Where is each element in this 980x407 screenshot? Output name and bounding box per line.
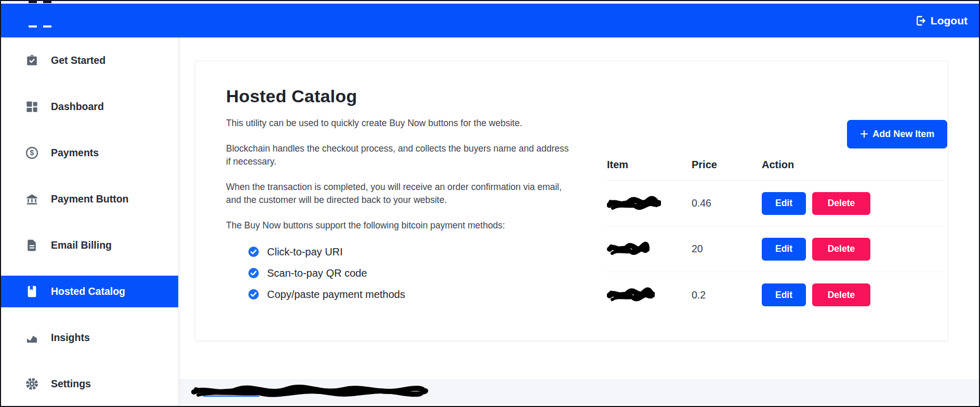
table-row: 0.46 Edit Delete [607,181,944,226]
dollar-circle-icon: $ [25,146,39,160]
redacted-item-name [607,195,692,212]
row-actions: Edit Delete [762,238,944,261]
plus-icon: + [860,127,868,141]
menu-icon-artifact [29,25,51,28]
logout-label: Logout [931,15,968,27]
document-icon [25,238,39,252]
sidebar-item-email-billing[interactable]: Email Billing [1,229,178,261]
description-column: Hosted Catalog This utility can be used … [226,86,575,309]
checkout-paragraph: Blockchain handles the checkout process,… [226,142,575,168]
main-content: Hosted Catalog This utility can be used … [179,37,979,406]
table-body: 0.46 Edit Delete 20 Edit Dele [607,181,944,318]
redacted-item-name [607,240,692,258]
table-row: 20 Edit Delete [607,226,944,272]
payment-method-label: Scan-to-pay QR code [267,267,367,279]
app-window: Logout Get Started Dashboard $ Payments … [0,0,980,407]
sidebar-item-payment-button[interactable]: Payment Button [1,183,178,215]
sidebar: Get Started Dashboard $ Payments Payment… [1,37,179,406]
sidebar-item-dashboard[interactable]: Dashboard [1,91,178,123]
check-circle-icon [247,288,260,301]
column-header-action: Action [762,159,944,171]
sidebar-item-insights[interactable]: Insights [1,322,178,354]
delete-button[interactable]: Delete [812,192,870,215]
delete-button[interactable]: Delete [812,283,870,306]
svg-text:$: $ [30,148,34,157]
redacted-item-name [607,286,692,304]
sidebar-item-label: Payment Button [51,193,129,205]
list-item: Scan-to-pay QR code [247,267,575,279]
hosted-catalog-card: Hosted Catalog This utility can be used … [195,61,948,341]
footer [179,379,979,404]
bank-icon [25,192,39,206]
payment-method-label: Copy/paste payment methods [267,289,405,301]
column-header-price: Price [692,159,762,171]
intro-paragraph: This utility can be used to quickly crea… [226,117,575,130]
list-item: Copy/paste payment methods [247,288,575,301]
price-value: 0.46 [692,197,762,209]
catalog-table-area: + Add New Item Item Price Action 0.46 [607,61,948,341]
redacted-copyright-text [191,384,429,401]
row-actions: Edit Delete [762,192,944,215]
briefcase-check-icon [25,53,39,67]
methods-paragraph: The Buy Now buttons support the followin… [226,219,575,232]
column-header-item: Item [607,159,692,171]
delete-button[interactable]: Delete [812,238,870,261]
edit-button[interactable]: Edit [762,192,806,215]
row-actions: Edit Delete [762,283,944,306]
sidebar-item-payments[interactable]: $ Payments [1,137,178,169]
sidebar-item-label: Email Billing [51,239,112,251]
price-value: 0.2 [692,289,762,301]
sidebar-item-settings[interactable]: Settings [1,368,178,400]
sidebar-item-label: Hosted Catalog [51,286,125,297]
page-title: Hosted Catalog [226,86,575,106]
grid-icon [25,100,39,114]
payment-method-label: Click-to-pay URI [267,246,343,258]
logout-icon [915,15,927,27]
logout-button[interactable]: Logout [915,4,968,37]
sidebar-item-label: Dashboard [51,101,104,113]
sidebar-item-get-started[interactable]: Get Started [1,45,178,76]
chart-icon [25,331,39,345]
add-new-item-button[interactable]: + Add New Item [847,120,947,148]
sidebar-item-label: Get Started [51,55,105,66]
menu-icon-artifact-top [29,1,51,3]
sidebar-item-label: Payments [51,147,99,159]
table-row: 0.2 Edit Delete [607,272,944,318]
edit-button[interactable]: Edit [762,238,806,261]
sidebar-item-hosted-catalog[interactable]: Hosted Catalog [1,276,178,307]
book-icon [25,284,39,299]
check-circle-icon [247,267,260,279]
top-navbar: Logout [1,4,979,37]
edit-button[interactable]: Edit [762,283,806,306]
price-value: 20 [692,243,762,255]
payment-methods-list: Click-to-pay URI Scan-to-pay QR code Cop… [226,246,575,301]
add-new-item-label: Add New Item [872,129,934,140]
gear-icon [25,377,39,391]
table-header-row: Item Price Action [607,150,944,181]
sidebar-item-label: Settings [51,378,91,390]
sidebar-item-label: Insights [51,332,90,344]
check-circle-icon [247,246,260,258]
confirmation-paragraph: When the transaction is completed, you w… [226,181,575,207]
list-item: Click-to-pay URI [247,246,575,258]
